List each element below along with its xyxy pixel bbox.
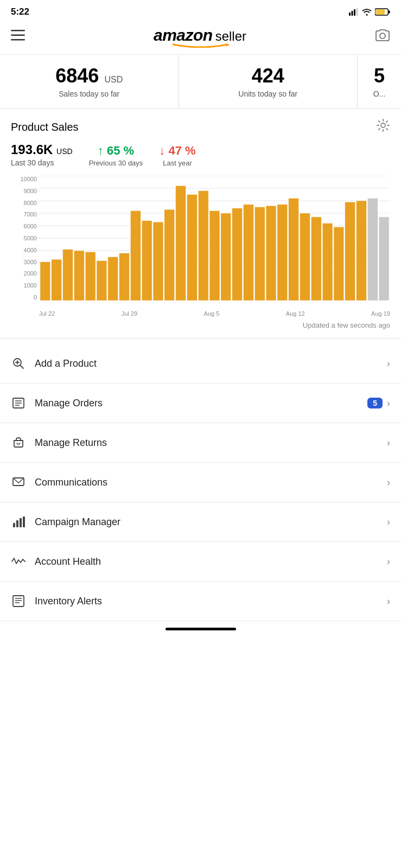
svg-rect-2 — [354, 9, 355, 16]
svg-rect-41 — [221, 213, 231, 301]
stat-main-value: 193.6K USD — [11, 142, 73, 157]
svg-rect-0 — [349, 12, 351, 16]
svg-point-12 — [380, 33, 385, 39]
camera-button[interactable] — [375, 29, 390, 45]
metrics-row: 6846 USD Sales today so far 424 Units to… — [0, 55, 401, 108]
svg-rect-37 — [176, 186, 186, 301]
manage-orders-chevron: › — [387, 398, 390, 409]
svg-rect-9 — [11, 35, 25, 36]
add-product-chevron: › — [387, 358, 390, 369]
metric-units[interactable]: 424 Units today so far — [179, 55, 358, 108]
menu-item-manage-returns[interactable]: Manage Returns › — [0, 423, 401, 463]
svg-rect-34 — [142, 221, 152, 301]
campaign-manager-label: Campaign Manager — [35, 516, 387, 528]
battery-icon: ⚡ — [375, 8, 390, 16]
manage-orders-label: Manage Orders — [35, 398, 367, 409]
home-bar — [166, 628, 236, 630]
inventory-alerts-chevron: › — [387, 596, 390, 607]
svg-rect-3 — [357, 8, 358, 16]
svg-rect-66 — [16, 520, 18, 527]
svg-rect-51 — [334, 227, 344, 301]
svg-line-59 — [21, 366, 24, 369]
sales-section: Product Sales 193.6K USD Last 30 days ↑ … — [0, 108, 401, 339]
svg-rect-48 — [300, 213, 310, 301]
svg-rect-29 — [85, 252, 96, 301]
manage-orders-badge: 5 — [367, 398, 383, 409]
stat-comp-prev30-value: ↑ 65 % — [89, 144, 143, 158]
logo-amazon-text: amazon — [154, 26, 213, 44]
menu-item-campaign-manager[interactable]: Campaign Manager › — [0, 502, 401, 542]
communications-label: Communications — [35, 477, 387, 488]
status-bar: 5:22 ⚡ — [0, 0, 401, 22]
svg-rect-36 — [164, 209, 175, 301]
svg-rect-50 — [322, 223, 333, 301]
metric-sales[interactable]: 6846 USD Sales today so far — [0, 55, 179, 108]
inventory-alerts-label: Inventory Alerts — [35, 596, 387, 607]
sales-section-header: Product Sales — [11, 118, 390, 136]
menu-list: Add a Product › Manage Orders 5 › Manage… — [0, 344, 401, 621]
svg-rect-31 — [108, 257, 118, 301]
stat-comp-prev30: ↑ 65 % Previous 30 days — [89, 144, 143, 167]
campaign-manager-chevron: › — [387, 516, 390, 528]
svg-rect-49 — [311, 217, 321, 301]
chart-x-axis: Jul 22 Jul 29 Aug 5 Aug 12 Aug 19 — [39, 301, 390, 317]
chart-y-axis: 0 1000 2000 3000 4000 5000 6000 7000 800… — [11, 176, 39, 301]
settings-button[interactable] — [376, 118, 390, 136]
signal-icon — [349, 8, 359, 16]
svg-rect-26 — [52, 259, 62, 301]
svg-rect-69 — [13, 596, 24, 607]
svg-rect-46 — [277, 205, 288, 301]
metric-sales-label: Sales today so far — [11, 90, 168, 98]
logo-seller-text: seller — [215, 29, 246, 44]
svg-text:⚡: ⚡ — [379, 10, 384, 15]
svg-rect-53 — [357, 201, 367, 301]
stat-comp-prev30-label: Previous 30 days — [89, 159, 143, 167]
svg-rect-43 — [243, 205, 253, 301]
svg-rect-44 — [254, 207, 265, 301]
svg-rect-33 — [130, 210, 141, 301]
manage-returns-icon — [11, 435, 26, 450]
stat-main-label: Last 30 days — [11, 158, 73, 167]
svg-rect-5 — [389, 10, 390, 14]
manage-orders-icon — [11, 395, 26, 411]
svg-rect-32 — [119, 253, 130, 301]
hamburger-button[interactable] — [11, 30, 25, 44]
bar-chart-svg — [39, 176, 390, 301]
stat-main: 193.6K USD Last 30 days — [11, 142, 73, 167]
svg-rect-39 — [198, 191, 208, 301]
metric-units-label: Units today so far — [190, 90, 347, 98]
svg-rect-27 — [63, 250, 73, 301]
stat-comp-lastyear-label: Last year — [159, 159, 195, 167]
manage-returns-chevron: › — [387, 437, 390, 449]
svg-rect-30 — [97, 260, 107, 301]
stat-comp-lastyear: ↓ 47 % Last year — [159, 144, 195, 167]
metric-other-label: O... — [368, 90, 390, 98]
svg-rect-42 — [232, 208, 243, 301]
home-indicator — [0, 621, 401, 635]
down-arrow-icon: ↓ — [159, 144, 165, 157]
stat-comp-lastyear-value: ↓ 47 % — [159, 144, 195, 158]
svg-rect-40 — [209, 210, 220, 301]
svg-rect-38 — [187, 195, 197, 301]
svg-rect-54 — [367, 198, 378, 301]
svg-rect-8 — [11, 30, 25, 31]
metric-other[interactable]: 5 O... — [358, 55, 401, 108]
menu-item-account-health[interactable]: Account Health › — [0, 542, 401, 582]
svg-point-13 — [381, 123, 385, 127]
inventory-alerts-icon — [11, 593, 26, 609]
menu-item-inventory-alerts[interactable]: Inventory Alerts › — [0, 582, 401, 621]
menu-item-communications[interactable]: Communications › — [0, 463, 401, 502]
menu-item-manage-orders[interactable]: Manage Orders 5 › — [0, 384, 401, 423]
stats-row: 193.6K USD Last 30 days ↑ 65 % Previous … — [11, 142, 390, 167]
account-health-label: Account Health — [35, 556, 387, 567]
metric-units-value: 424 — [190, 65, 347, 87]
account-health-icon — [11, 554, 26, 569]
bar-chart-container: 0 1000 2000 3000 4000 5000 6000 7000 800… — [11, 176, 390, 317]
wifi-icon — [362, 8, 372, 16]
menu-item-add-product[interactable]: Add a Product › — [0, 344, 401, 384]
svg-rect-28 — [74, 251, 84, 301]
svg-rect-45 — [266, 206, 276, 301]
svg-rect-47 — [289, 198, 299, 301]
logo: amazon seller — [154, 26, 246, 48]
communications-chevron: › — [387, 477, 390, 488]
